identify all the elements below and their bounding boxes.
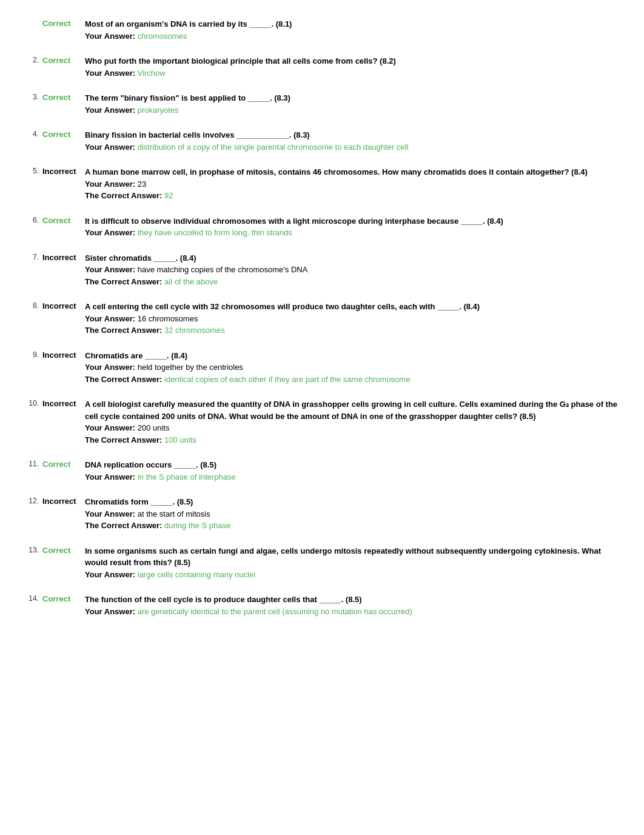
- your-answer: Your Answer: distribution of a copy of t…: [85, 141, 620, 153]
- your-answer-value: held together by the centrioles: [138, 363, 243, 372]
- your-answer-value: large cells containing many nuclei: [138, 570, 255, 579]
- question-text: DNA replication occurs _____. (8.5): [85, 459, 620, 471]
- question-row: 13.CorrectIn some organisms such as cert…: [24, 545, 620, 581]
- question-number: 10.: [24, 398, 42, 407]
- your-answer-label: Your Answer:: [85, 472, 135, 481]
- question-content: A cell entering the cell cycle with 32 c…: [85, 301, 620, 337]
- your-answer-label: Your Answer:: [85, 363, 135, 372]
- question-status: Correct: [42, 594, 85, 603]
- correct-answer-value: all of the above: [164, 277, 218, 286]
- correct-answer: The Correct Answer: 92: [85, 190, 620, 202]
- your-answer-label: Your Answer:: [85, 179, 135, 189]
- your-answer-label: Your Answer:: [85, 265, 135, 274]
- correct-answer: The Correct Answer: 32 chromosomes: [85, 324, 620, 337]
- question-status: Incorrect: [42, 252, 85, 262]
- correct-answer: The Correct Answer: all of the above: [85, 276, 620, 288]
- question-number: 13.: [24, 545, 42, 554]
- your-answer-value: are genetically identical to the parent …: [138, 607, 412, 616]
- question-row: 8.IncorrectA cell entering the cell cycl…: [24, 301, 620, 337]
- your-answer-label: Your Answer:: [85, 423, 135, 432]
- question-row: 4.CorrectBinary fission in bacterial cel…: [24, 129, 620, 153]
- correct-answer-label: The Correct Answer:: [85, 521, 162, 530]
- question-status: Correct: [42, 215, 85, 225]
- question-number: 11.: [24, 459, 42, 468]
- question-number: 7.: [24, 252, 42, 261]
- your-answer-label: Your Answer:: [85, 314, 135, 323]
- your-answer-value: distribution of a copy of the single par…: [138, 143, 409, 152]
- correct-answer-label: The Correct Answer:: [85, 326, 162, 335]
- your-answer-label: Your Answer:: [85, 570, 135, 579]
- your-answer: Your Answer: 23: [85, 178, 620, 190]
- question-text: In some organisms such as certain fungi …: [85, 545, 620, 569]
- question-text: Who put forth the important biological p…: [85, 55, 620, 67]
- question-text: The term "binary fission" is best applie…: [85, 92, 620, 104]
- correct-answer-label: The Correct Answer:: [85, 375, 162, 384]
- question-number: 14.: [24, 594, 42, 603]
- question-text: Most of an organism's DNA is carried by …: [85, 18, 620, 30]
- your-answer-label: Your Answer:: [85, 228, 135, 237]
- your-answer-label: Your Answer:: [85, 143, 135, 152]
- question-content: The term "binary fission" is best applie…: [85, 92, 620, 116]
- question-text: The function of the cell cycle is to pro…: [85, 594, 620, 606]
- your-answer: Your Answer: prokaryotes: [85, 104, 620, 116]
- correct-answer-label: The Correct Answer:: [85, 277, 162, 286]
- your-answer-value: prokaryotes: [138, 106, 179, 115]
- question-status: Correct: [42, 459, 85, 469]
- question-status: Correct: [42, 92, 85, 102]
- your-answer-value: chromosomes: [138, 32, 187, 41]
- question-row: 6.CorrectIt is difficult to observe indi…: [24, 215, 620, 239]
- correct-answer: The Correct Answer: during the S phase: [85, 520, 620, 532]
- question-text: Chromatids form _____. (8.5): [85, 496, 620, 508]
- question-status: Correct: [42, 129, 85, 139]
- correct-answer: The Correct Answer: identical copies of …: [85, 374, 620, 386]
- question-number: 4.: [24, 129, 42, 138]
- your-answer: Your Answer: in the S phase of interphas…: [85, 471, 620, 483]
- your-answer-label: Your Answer:: [85, 32, 135, 41]
- correct-answer-value: identical copies of each other if they a…: [164, 375, 410, 384]
- question-status: Incorrect: [42, 350, 85, 360]
- question-content: DNA replication occurs _____. (8.5)Your …: [85, 459, 620, 483]
- your-answer-value: at the start of mitosis: [138, 509, 210, 518]
- your-answer: Your Answer: Virchow: [85, 67, 620, 79]
- question-content: It is difficult to observe individual ch…: [85, 215, 620, 239]
- correct-answer-value: 100 units: [164, 435, 196, 444]
- question-row: 11.CorrectDNA replication occurs _____. …: [24, 459, 620, 483]
- question-row: 2.CorrectWho put forth the important bio…: [24, 55, 620, 79]
- correct-answer: The Correct Answer: 100 units: [85, 434, 620, 446]
- your-answer-label: Your Answer:: [85, 607, 135, 616]
- your-answer: Your Answer: 200 units: [85, 422, 620, 434]
- question-status: Correct: [42, 18, 85, 28]
- question-row: 14.CorrectThe function of the cell cycle…: [24, 594, 620, 617]
- question-number: 2.: [24, 55, 42, 64]
- correct-answer-value: 32 chromosomes: [164, 326, 225, 335]
- question-content: A cell biologist carefully measured the …: [85, 398, 620, 446]
- question-status: Correct: [42, 55, 85, 65]
- question-status: Incorrect: [42, 398, 85, 408]
- question-row: CorrectMost of an organism's DNA is carr…: [24, 18, 620, 42]
- your-answer: Your Answer: held together by the centri…: [85, 361, 620, 374]
- question-content: Binary fission in bacterial cells involv…: [85, 129, 620, 153]
- question-content: Chromatids are _____. (8.4)Your Answer: …: [85, 350, 620, 386]
- question-content: Most of an organism's DNA is carried by …: [85, 18, 620, 42]
- question-status: Incorrect: [42, 301, 85, 310]
- question-number: 12.: [24, 496, 42, 505]
- question-content: Who put forth the important biological p…: [85, 55, 620, 79]
- question-status: Incorrect: [42, 166, 85, 176]
- your-answer: Your Answer: chromosomes: [85, 30, 620, 42]
- question-row: 3.CorrectThe term "binary fission" is be…: [24, 92, 620, 116]
- your-answer-value: 200 units: [138, 423, 170, 432]
- correct-answer-label: The Correct Answer:: [85, 191, 162, 200]
- your-answer-value: have matching copies of the chromosome's…: [138, 265, 308, 274]
- question-text: Chromatids are _____. (8.4): [85, 350, 620, 362]
- your-answer: Your Answer: large cells containing many…: [85, 569, 620, 581]
- question-number: 5.: [24, 166, 42, 175]
- question-text: It is difficult to observe individual ch…: [85, 215, 620, 227]
- your-answer: Your Answer: are genetically identical t…: [85, 606, 620, 618]
- your-answer-value: they have uncoiled to form long, thin st…: [138, 228, 292, 237]
- question-row: 9.IncorrectChromatids are _____. (8.4)Yo…: [24, 350, 620, 386]
- your-answer-value: 16 chromosomes: [138, 314, 198, 323]
- your-answer-value: 23: [138, 179, 146, 189]
- question-content: In some organisms such as certain fungi …: [85, 545, 620, 581]
- your-answer-label: Your Answer:: [85, 509, 135, 518]
- question-number: 8.: [24, 301, 42, 310]
